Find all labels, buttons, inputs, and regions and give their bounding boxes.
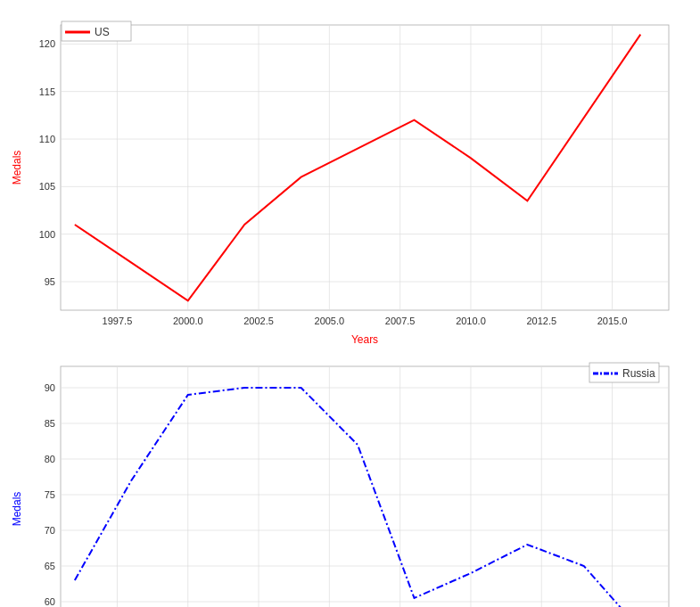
svg-text:100: 100 xyxy=(39,229,55,240)
svg-text:Medals: Medals xyxy=(11,492,23,527)
svg-text:85: 85 xyxy=(45,418,55,429)
svg-text:65: 65 xyxy=(45,561,55,571)
charts-container: 951001051101151201997.52000.02002.52005.… xyxy=(0,0,700,607)
svg-rect-36 xyxy=(61,366,669,607)
us-chart-wrapper: 951001051101151201997.52000.02002.52005.… xyxy=(9,9,691,350)
svg-text:2000.0: 2000.0 xyxy=(173,316,203,326)
svg-text:1997.5: 1997.5 xyxy=(103,316,133,326)
svg-text:105: 105 xyxy=(39,181,55,192)
russia-chart: 55606570758085901997.52000.02002.52005.0… xyxy=(9,350,691,607)
svg-text:70: 70 xyxy=(45,525,55,536)
svg-text:80: 80 xyxy=(45,454,55,464)
svg-text:2010.0: 2010.0 xyxy=(456,316,486,326)
svg-text:115: 115 xyxy=(39,86,55,97)
svg-rect-1 xyxy=(61,25,669,310)
svg-text:90: 90 xyxy=(45,382,55,393)
svg-text:Medals: Medals xyxy=(11,151,23,185)
svg-text:2007.5: 2007.5 xyxy=(385,316,416,326)
svg-text:95: 95 xyxy=(45,276,55,287)
svg-text:2005.0: 2005.0 xyxy=(315,316,345,326)
russia-chart-wrapper: 55606570758085901997.52000.02002.52005.0… xyxy=(9,350,691,607)
svg-text:US: US xyxy=(95,26,110,38)
svg-text:75: 75 xyxy=(45,489,55,500)
svg-text:Years: Years xyxy=(351,333,378,346)
us-chart: 951001051101151201997.52000.02002.52005.… xyxy=(9,9,691,350)
svg-text:120: 120 xyxy=(39,38,55,49)
svg-text:Russia: Russia xyxy=(622,367,655,380)
svg-text:110: 110 xyxy=(39,134,55,144)
svg-text:2015.0: 2015.0 xyxy=(597,316,628,326)
svg-text:2012.5: 2012.5 xyxy=(526,316,556,326)
svg-text:60: 60 xyxy=(45,596,55,607)
svg-text:2002.5: 2002.5 xyxy=(243,316,274,326)
